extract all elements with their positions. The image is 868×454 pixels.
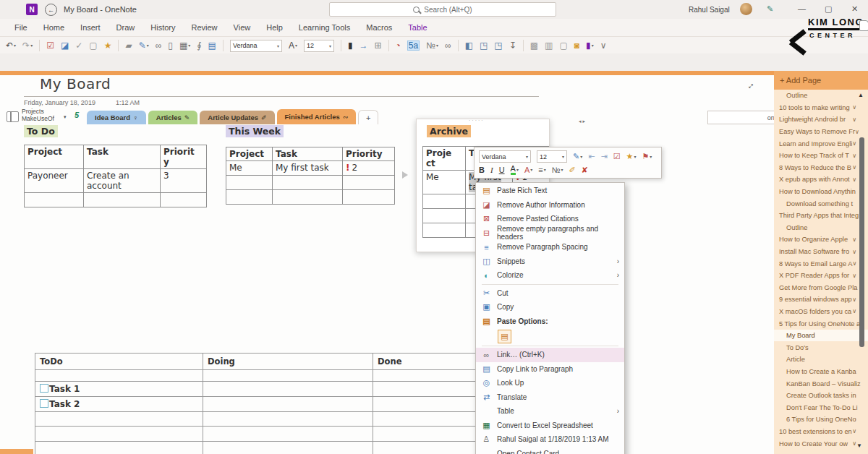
sidebar-page-easy-ways-to-remove-fr[interactable]: Easy Ways to Remove Fr∨ xyxy=(774,126,868,138)
pen-mode-icon[interactable]: ✎ xyxy=(767,4,773,14)
table-cell[interactable]: Me xyxy=(423,171,466,194)
undo-icon[interactable]: ↶▾ xyxy=(6,41,16,50)
mini-pen-icon[interactable]: ✎▾ xyxy=(573,153,582,160)
table-cell[interactable]: 3 xyxy=(161,169,207,193)
kanban-cell[interactable] xyxy=(203,397,373,412)
bold-icon[interactable]: B xyxy=(479,166,485,174)
table-icon[interactable]: ▦▾ xyxy=(179,41,190,50)
font-size[interactable]: 12▾ xyxy=(304,40,334,52)
expand-page-icon[interactable]: ↔ xyxy=(743,78,757,93)
kanban-cell[interactable] xyxy=(35,412,203,427)
context-copy-link-to-paragraph[interactable]: ▤Copy Link to Paragraph xyxy=(476,362,624,377)
chevron-down-icon[interactable]: ∨ xyxy=(852,428,856,434)
question-tag-icon[interactable]: ◪ xyxy=(61,41,69,50)
sidebar-page-outline[interactable]: Outline xyxy=(774,90,868,102)
menu-macros[interactable]: Macros xyxy=(359,19,399,36)
chevron-down-icon[interactable]: ∨ xyxy=(852,104,856,111)
sidebar-page-8-ways-to-email-large-a[interactable]: 8 Ways to Email Large A∨ xyxy=(774,257,868,270)
numbering-icon[interactable]: №▾ xyxy=(552,166,563,174)
notebook-icon[interactable] xyxy=(7,111,19,122)
mini-star-tag-icon[interactable]: ★▾ xyxy=(626,153,637,160)
kanban-cell[interactable] xyxy=(203,412,373,427)
sidebar-page-my-board[interactable]: My Board xyxy=(774,330,868,342)
context-cut[interactable]: ✂Cut xyxy=(476,286,624,301)
chevron-down-icon[interactable]: ∨ xyxy=(852,140,856,147)
menu-view[interactable]: View xyxy=(226,19,258,36)
table-cell[interactable] xyxy=(226,176,273,190)
notebook-purple-icon[interactable]: ▮▾ xyxy=(586,41,594,50)
table-cell[interactable]: Me xyxy=(226,161,273,176)
arrow-right-icon[interactable]: → xyxy=(359,41,368,50)
font-style-icon[interactable]: A▾ xyxy=(289,41,297,50)
context-remove-empty-paragraphs-and-headers[interactable]: ⊟Remove empty paragraphs and headers xyxy=(476,226,624,241)
table-cell[interactable] xyxy=(273,190,343,205)
sidebar-page-how-to-create-your-ow[interactable]: How to Create Your ow∨ xyxy=(774,437,868,450)
numbering-style-icon[interactable]: №▾ xyxy=(426,41,438,50)
sidebar-page-how-to-download-anythin[interactable]: How to Download Anythin xyxy=(774,186,868,198)
table-cell[interactable]: Payoneer xyxy=(25,169,84,193)
increase-indent-icon[interactable]: ⇥ xyxy=(600,153,607,160)
kanban-cell[interactable] xyxy=(35,442,203,454)
board-heading-todo[interactable]: To Do xyxy=(24,125,58,137)
new-docked-icon[interactable]: ◳ xyxy=(494,41,502,50)
delete-icon[interactable]: ✘ xyxy=(582,166,588,174)
table-cell[interactable]: My first task xyxy=(273,161,343,176)
user-name[interactable]: Rahul Saigal xyxy=(689,6,730,14)
replay-icon[interactable]: ◔ xyxy=(396,41,401,50)
chevron-down-icon[interactable]: ∨ xyxy=(855,129,859,135)
table-cell[interactable] xyxy=(161,193,207,207)
dock-left-icon[interactable]: ◧ xyxy=(465,41,473,50)
menu-table[interactable]: Table xyxy=(401,19,434,36)
decrease-indent-icon[interactable]: ⇤ xyxy=(588,153,595,160)
sidebar-page-6-tips-for-using-oneno[interactable]: 6 Tips for Using OneNo xyxy=(774,414,868,426)
sidebar-page-download-something-t[interactable]: Download something t xyxy=(774,197,868,210)
context-table[interactable]: Table› xyxy=(476,404,624,419)
chevron-down-icon[interactable]: ∨ xyxy=(852,236,856,243)
sidebar-page-9-essential-windows-app[interactable]: 9 essential windows app∨ xyxy=(774,294,868,306)
back-button[interactable]: ← xyxy=(45,4,57,16)
chevron-down-icon[interactable]: ∨ xyxy=(852,296,856,303)
lock-icon[interactable]: ◙ xyxy=(574,41,579,50)
notebook-dropdown-icon[interactable]: ▾ xyxy=(64,114,67,120)
sidebar-page-outline[interactable]: Outline xyxy=(774,222,868,234)
tab-finished-articles[interactable]: Finished Articles∾ xyxy=(277,109,357,124)
notebook-name[interactable]: Projects MakeUseOf xyxy=(22,108,54,122)
kanban-cell[interactable] xyxy=(203,370,373,382)
menu-review[interactable]: Review xyxy=(184,19,225,36)
toolbar-drag-handle[interactable]: ◂▸ xyxy=(579,119,587,124)
context-remove-author-information[interactable]: ◪Remove Author Information xyxy=(476,198,624,213)
context-paste-options[interactable]: ▤Paste Options: xyxy=(476,314,624,329)
font-name[interactable]: Verdana▾ xyxy=(230,40,282,52)
tab-idea-board[interactable]: Idea Board♀ xyxy=(87,111,146,124)
sidebar-page-kanban-board-visualiz[interactable]: KanBan Board – Visualiz xyxy=(774,377,868,390)
context-remove-paragraph-spacing[interactable]: ≡Remove Paragraph Spacing xyxy=(476,240,624,254)
highlighter-icon[interactable]: A▾ xyxy=(511,165,519,175)
sidebar-scrollbar[interactable] xyxy=(859,137,864,347)
font-color-icon[interactable]: A▾ xyxy=(524,166,532,174)
sidebar-page-8-ways-to-reduce-the-b[interactable]: 8 Ways to Reduce the B∨ xyxy=(774,162,868,174)
sidebar-page-how-to-organize-apple[interactable]: How to Organize Apple∨ xyxy=(774,234,868,246)
sidebar-page-learn-and-improve-engli[interactable]: Learn and Improve Engli∨ xyxy=(774,137,868,150)
context-copy[interactable]: ▣Copy xyxy=(476,300,624,314)
kanban-cell[interactable]: Task 1 xyxy=(35,382,203,397)
tab-article-updates[interactable]: Article Updates✐ xyxy=(200,111,274,124)
todo-tag-icon[interactable]: ☑ xyxy=(46,41,54,50)
scroll-up-icon[interactable]: ▲ xyxy=(858,92,864,98)
table-cell[interactable]: !2 xyxy=(343,161,395,176)
context-open-contact-card[interactable]: Open Contact Card xyxy=(476,447,624,454)
context-link-ctrl-k[interactable]: ∞Link… (Ctrl+K) xyxy=(476,348,624,362)
table-cell[interactable] xyxy=(25,193,84,207)
format-painter-icon[interactable]: ✐ xyxy=(569,166,576,174)
page-title[interactable]: My Board xyxy=(40,75,111,93)
table-cell[interactable] xyxy=(343,190,395,205)
stamp-icon[interactable]: ▰ xyxy=(125,41,132,50)
sidebar-page-how-to-create-a-kanba[interactable]: How to Create a Kanba xyxy=(774,366,868,378)
mini-font-size[interactable]: 12▾ xyxy=(537,150,567,163)
sidebar-page-lightweight-android-br[interactable]: Lightweight Android br∨ xyxy=(774,113,868,126)
context-snippets[interactable]: ◫Snippets› xyxy=(476,254,624,269)
board-table-todo[interactable]: ProjectTaskPriorit yPayoneerCreate an ac… xyxy=(24,145,207,207)
chevron-down-icon[interactable]: ∨ xyxy=(852,249,856,255)
task-checkbox[interactable] xyxy=(40,399,48,408)
close-button[interactable]: ✕ xyxy=(851,4,858,14)
menu-file[interactable]: File xyxy=(7,19,35,36)
